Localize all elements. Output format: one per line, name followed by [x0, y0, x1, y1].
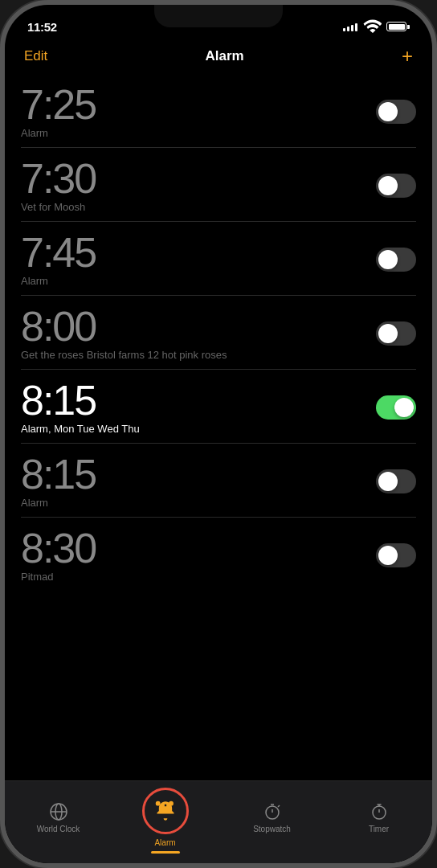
alarm-ampm-2: AM	[99, 177, 125, 198]
alarm-item-2[interactable]: 7:30 AM Vet for Moosh	[21, 148, 416, 222]
alarm-ampm-7: AM	[99, 547, 125, 567]
page-title: Alarm	[206, 48, 244, 64]
toggle-knob-6	[378, 472, 398, 491]
alarm-label: Alarm	[154, 838, 175, 847]
alarm-info-5: 8:15 AM Alarm, Mon Tue Wed Thu	[21, 379, 376, 435]
alarm-time-1: 7:25	[21, 84, 96, 125]
toggle-knob-3	[378, 250, 398, 269]
battery-icon	[386, 22, 410, 31]
tab-alarm[interactable]: Alarm	[112, 788, 218, 847]
toggle-knob-1	[378, 102, 398, 121]
volume-up-button[interactable]	[0, 166, 2, 214]
alarm-label-5: Alarm, Mon Tue Wed Thu	[21, 423, 376, 435]
add-alarm-button[interactable]: +	[402, 47, 413, 66]
alarm-time-row-6: 8:15 AM	[21, 453, 376, 495]
stopwatch-label: Stopwatch	[253, 825, 291, 833]
svg-line-8	[278, 805, 280, 807]
alarm-toggle-7[interactable]	[376, 543, 416, 567]
alarm-tab-circle	[142, 788, 189, 834]
alarm-item-5[interactable]: 8:15 AM Alarm, Mon Tue Wed Thu	[21, 370, 416, 444]
tab-timer[interactable]: Timer	[325, 801, 432, 833]
nav-bar: Edit Alarm +	[5, 40, 432, 74]
alarm-toggle-2[interactable]	[376, 174, 416, 198]
alarm-item-7[interactable]: 8:30 AM Pitmad	[21, 518, 416, 591]
alarm-item-4[interactable]: 8:00 AM Get the roses Bristol farms 12 h…	[21, 296, 416, 370]
toggle-knob-7	[378, 546, 398, 565]
alarm-time-row-5: 8:15 AM	[21, 379, 376, 421]
alarm-toggle-4[interactable]	[376, 321, 416, 346]
screen: 11:52	[5, 5, 432, 863]
alarm-item-3[interactable]: 7:45 AM Alarm	[21, 222, 416, 296]
tab-world-clock[interactable]: World Clock	[5, 801, 112, 833]
signal-icon	[343, 22, 357, 31]
alarm-ampm-5: AM	[99, 399, 125, 420]
alarm-time-row-4: 8:00 AM	[21, 305, 376, 347]
alarm-label-2: Vet for Moosh	[21, 201, 376, 213]
active-tab-indicator	[151, 851, 180, 854]
toggle-knob-2	[378, 176, 398, 195]
alarm-time-row-2: 7:30 AM	[21, 158, 376, 199]
world-clock-label: World Clock	[37, 825, 80, 833]
status-bar: 11:52	[5, 5, 432, 40]
alarm-time-7: 8:30	[21, 527, 96, 569]
world-clock-icon	[48, 801, 69, 822]
alarm-time-4: 8:00	[21, 305, 96, 347]
alarm-toggle-3[interactable]	[376, 248, 416, 272]
wifi-icon	[362, 17, 382, 36]
status-time: 11:52	[27, 20, 57, 34]
alarm-info-6: 8:15 AM Alarm	[21, 453, 376, 509]
alarm-list: 7:25 AM Alarm 7:30 AM Vet for Moosh	[5, 74, 432, 780]
svg-point-3	[155, 801, 160, 806]
tab-bar: World Clock Alarm	[5, 780, 432, 863]
alarm-ampm-3: AM	[99, 251, 125, 272]
alarm-ampm-6: AM	[99, 473, 125, 493]
alarm-time-5: 8:15	[21, 379, 96, 421]
stopwatch-icon	[262, 801, 283, 822]
alarm-info-4: 8:00 AM Get the roses Bristol farms 12 h…	[21, 305, 376, 361]
tab-stopwatch[interactable]: Stopwatch	[218, 801, 325, 833]
alarm-label-3: Alarm	[21, 275, 376, 287]
toggle-knob-5	[394, 398, 414, 417]
alarm-label-1: Alarm	[21, 127, 376, 139]
alarm-label-4: Get the roses Bristol farms 12 hot pink …	[21, 349, 376, 361]
alarm-item-6[interactable]: 8:15 AM Alarm	[21, 444, 416, 518]
volume-down-button[interactable]	[0, 226, 2, 274]
alarm-toggle-5[interactable]	[376, 395, 416, 420]
alarm-ampm-4: AM	[99, 325, 125, 346]
status-icons	[343, 17, 410, 36]
alarm-ampm-1: AM	[99, 103, 125, 124]
alarm-time-6: 8:15	[21, 453, 96, 495]
alarm-info-3: 7:45 AM Alarm	[21, 231, 376, 287]
timer-label: Timer	[369, 825, 389, 833]
edit-button[interactable]: Edit	[24, 48, 47, 64]
alarm-info-2: 7:30 AM Vet for Moosh	[21, 158, 376, 213]
alarm-time-row-7: 8:30 AM	[21, 527, 376, 569]
alarm-time-2: 7:30	[21, 158, 96, 199]
alarm-time-3: 7:45	[21, 231, 96, 273]
toggle-knob-4	[378, 324, 398, 343]
mute-button[interactable]	[0, 125, 2, 154]
alarm-toggle-1[interactable]	[376, 100, 416, 124]
alarm-info-7: 8:30 AM Pitmad	[21, 527, 376, 583]
alarm-time-row-1: 7:25 AM	[21, 84, 376, 125]
timer-icon	[369, 801, 390, 822]
alarm-label-6: Alarm	[21, 497, 376, 509]
alarm-info-1: 7:25 AM Alarm	[21, 84, 376, 139]
alarm-label-7: Pitmad	[21, 571, 376, 583]
svg-point-4	[169, 801, 174, 806]
alarm-time-row-3: 7:45 AM	[21, 231, 376, 273]
phone-frame: 11:52	[0, 0, 437, 868]
alarm-toggle-6[interactable]	[376, 469, 416, 493]
alarm-item-1[interactable]: 7:25 AM Alarm	[21, 74, 416, 148]
